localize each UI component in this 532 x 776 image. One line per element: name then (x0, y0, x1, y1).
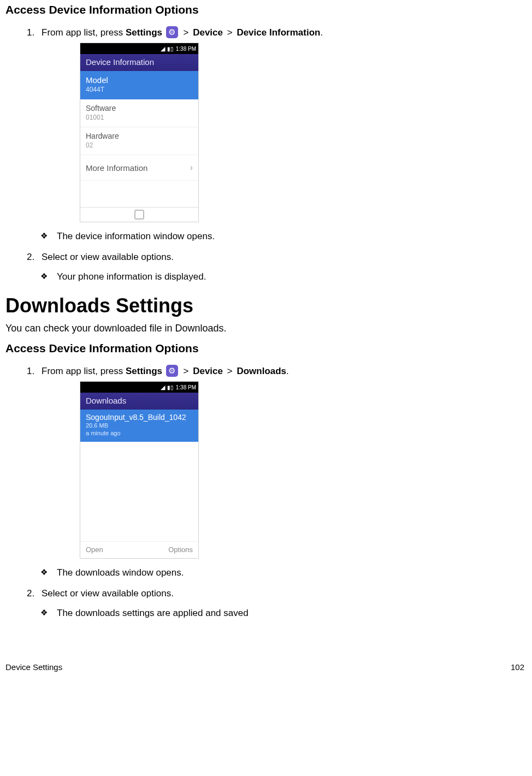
row-hardware[interactable]: Hardware 02 (80, 127, 198, 155)
software-value: 01001 (86, 114, 193, 121)
chevron-right-icon: › (190, 163, 193, 173)
row-software[interactable]: Software 01001 (80, 99, 198, 127)
phone1-navbar (80, 207, 198, 222)
section2-note2: The downloads settings are applied and s… (54, 608, 527, 619)
download-filesize: 20.6 MB (86, 422, 193, 429)
s2-step1-downloads: Downloads (237, 366, 286, 376)
gt1: > (184, 27, 192, 38)
s2-step1-settings: Settings (126, 366, 162, 376)
heading-access-device-info-2: Access Device Information Options (5, 342, 527, 355)
s2-step1-prefix: From app list, press (42, 366, 126, 376)
section2-steps: From app list, press Settings > Device >… (21, 365, 527, 559)
status-time-2: 1:38 PM (176, 384, 196, 390)
section1-note2: Your phone information is displayed. (54, 271, 527, 282)
section2-step2: Select or view available options. (37, 588, 527, 599)
hardware-value: 02 (86, 141, 193, 149)
download-item[interactable]: SogouInput_v8.5_Build_1042 20.6 MB a min… (80, 410, 198, 442)
deviceinfo-screenshot: ◢ ▮▯ 1:38 PM Device Information Model 40… (80, 43, 199, 222)
nav-home-icon[interactable] (134, 210, 144, 220)
footer-page-number: 102 (511, 662, 524, 672)
hardware-label: Hardware (86, 132, 193, 140)
step1-settings: Settings (126, 27, 162, 38)
settings-icon (166, 365, 178, 377)
downloads-screenshot: ◢ ▮▯ 1:38 PM Downloads SogouInput_v8.5_B… (80, 381, 199, 559)
section2-step1: From app list, press Settings > Device >… (37, 365, 527, 559)
section1-steps-2: Select or view available options. (21, 252, 527, 263)
s2-step1-suffix: . (286, 366, 289, 376)
statusbar-1: ◢ ▮▯ 1:38 PM (80, 43, 198, 54)
more-info-label: More Information (86, 163, 147, 173)
heading-downloads-settings: Downloads Settings (5, 294, 527, 317)
softkey-options[interactable]: Options (139, 542, 198, 558)
download-filename: SogouInput_v8.5_Build_1042 (86, 413, 193, 422)
step1-suffix: . (320, 27, 323, 38)
section1-note1: The device information window opens. (54, 231, 527, 242)
phone2-header: Downloads (80, 393, 198, 410)
gt2: > (224, 27, 235, 38)
downloads-empty-area (80, 442, 198, 542)
section1-note-list-2: Your phone information is displayed. (37, 271, 527, 282)
page-footer: Device Settings 102 (5, 662, 527, 675)
software-label: Software (86, 104, 193, 112)
downloads-softkeys: Open Options (80, 542, 198, 558)
battery-icon: ▮▯ (167, 46, 174, 52)
section2-note1: The downloads window opens. (54, 567, 527, 578)
download-fileage: a minute ago (86, 429, 193, 437)
phone1-spacer (80, 181, 198, 207)
section1-note-list-1: The device information window opens. (37, 231, 527, 242)
s2-step1-device: Device (193, 366, 223, 376)
statusbar-2: ◢ ▮▯ 1:38 PM (80, 382, 198, 393)
model-label: Model (86, 75, 193, 85)
footer-title: Device Settings (5, 662, 62, 672)
section2-steps-2: Select or view available options. (21, 588, 527, 599)
settings-icon (166, 26, 178, 38)
softkey-open[interactable]: Open (80, 542, 139, 558)
row-more-info[interactable]: More Information › (80, 155, 198, 181)
battery-icon: ▮▯ (167, 384, 174, 390)
section2-note-list-1: The downloads window opens. (37, 567, 527, 578)
model-value: 4044T (86, 86, 193, 93)
s2-gt2: > (224, 366, 235, 376)
step1-deviceinfo: Device Information (237, 27, 320, 38)
phone1-header: Device Information (80, 54, 198, 71)
section1-step1: From app list, press Settings > Device >… (37, 26, 527, 222)
row-model[interactable]: Model 4044T (80, 71, 198, 99)
section2-note-list-2: The downloads settings are applied and s… (37, 608, 527, 619)
downloads-intro: You can check your downloaded file in Do… (5, 323, 527, 334)
signal-icon: ◢ (161, 45, 165, 52)
status-time-1: 1:38 PM (176, 46, 196, 52)
s2-gt1: > (184, 366, 192, 376)
section1-step2: Select or view available options. (37, 252, 527, 263)
step1-prefix: From app list, press (42, 27, 126, 38)
heading-access-device-info-1: Access Device Information Options (5, 3, 527, 16)
step1-device: Device (193, 27, 223, 38)
section1-steps: From app list, press Settings > Device >… (21, 26, 527, 222)
signal-icon: ◢ (161, 384, 165, 391)
